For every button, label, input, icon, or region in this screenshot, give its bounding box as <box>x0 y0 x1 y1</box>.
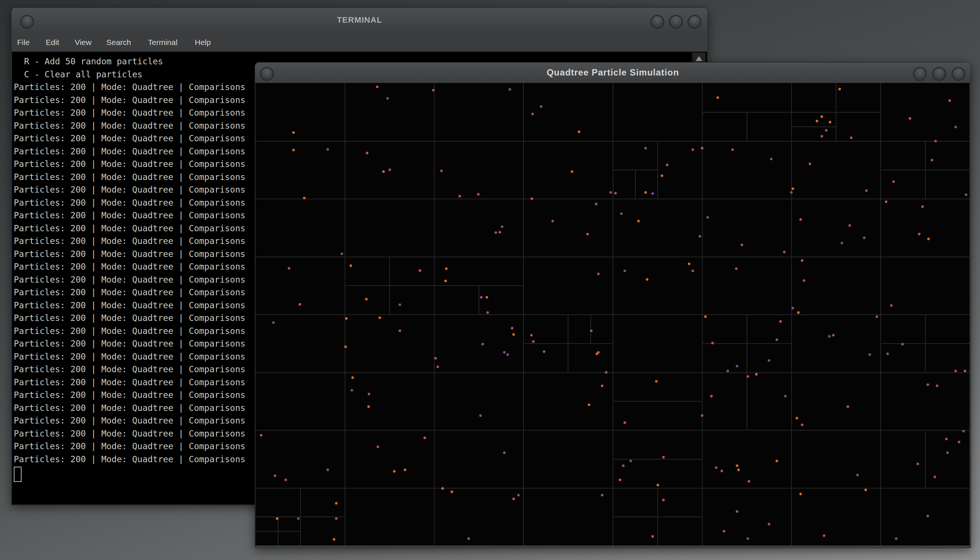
particle-dot <box>958 441 960 443</box>
particle-dot <box>597 273 600 275</box>
particle-dot <box>849 224 851 227</box>
quadtree-grid-line <box>613 401 702 402</box>
simulation-canvas[interactable] <box>255 83 970 545</box>
particle-dot <box>850 137 852 139</box>
terminal-line: Particles: 200 | Mode: Quadtree | Compar… <box>14 107 245 119</box>
particle-dot <box>326 468 329 471</box>
particle-dot <box>869 353 871 356</box>
particle-dot <box>856 474 859 476</box>
particle-dot <box>345 317 348 320</box>
terminal-line: Particles: 200 | Mode: Quadtree | Compar… <box>14 273 245 286</box>
particle-dot <box>799 218 802 221</box>
particle-dot <box>503 351 506 353</box>
particle-dot <box>839 88 841 90</box>
particle-dot <box>666 163 669 166</box>
particle-dot <box>803 279 805 282</box>
particle-dot <box>432 89 434 92</box>
particle-dot <box>828 335 830 338</box>
particle-dot <box>954 126 957 128</box>
terminal-line: Particles: 200 | Mode: Quadtree | Compar… <box>14 402 245 414</box>
particle-dot <box>386 97 389 100</box>
particle-dot <box>368 393 370 395</box>
close-button[interactable] <box>952 67 965 81</box>
menu-item-help[interactable]: Help <box>195 33 211 52</box>
particle-dot <box>930 159 933 162</box>
particle-dot <box>720 470 723 472</box>
maximize-button[interactable] <box>932 67 946 81</box>
particle-dot <box>895 537 897 540</box>
menu-item-search[interactable]: Search <box>106 33 131 52</box>
particle-dot <box>486 311 489 314</box>
particle-dot <box>775 338 778 341</box>
minimize-button[interactable] <box>650 15 664 29</box>
particle-dot <box>605 371 607 374</box>
quadtree-grid-line <box>344 285 523 286</box>
particle-dot <box>297 517 299 520</box>
particle-dot <box>624 421 626 424</box>
particle-dot <box>590 330 592 332</box>
particle-dot <box>389 168 391 171</box>
particle-dot <box>737 468 740 471</box>
particle-dot <box>499 231 501 233</box>
particle-dot <box>747 537 749 540</box>
terminal-line: Particles: 200 | Mode: Quadtree | Compar… <box>14 183 245 196</box>
quadtree-grid-line <box>925 430 926 488</box>
particle-dot <box>477 193 479 196</box>
menu-item-terminal[interactable]: Terminal <box>148 33 177 52</box>
particle-dot <box>349 264 352 267</box>
particle-dot <box>933 476 936 478</box>
terminal-line: Particles: 200 | Mode: Quadtree | Compar… <box>14 145 245 158</box>
quadtree-grid-line <box>747 112 747 141</box>
terminal-line: Particles: 200 | Mode: Quadtree | Compar… <box>14 171 245 183</box>
menu-item-edit[interactable]: Edit <box>46 33 59 52</box>
particle-dot <box>511 327 513 330</box>
particle-dot <box>351 376 354 379</box>
menu-item-file[interactable]: File <box>17 33 30 52</box>
particle-dot <box>366 152 368 154</box>
particle-dot <box>706 216 709 218</box>
maximize-button[interactable] <box>669 15 683 29</box>
particle-dot <box>595 203 597 205</box>
particle-dot <box>399 330 401 332</box>
particle-dot <box>692 270 694 272</box>
quadtree-grid-line <box>479 285 479 314</box>
particle-dot <box>820 135 823 138</box>
particle-dot <box>716 96 719 99</box>
particle-dot <box>285 478 287 481</box>
terminal-line: Particles: 200 | Mode: Quadtree | Compar… <box>14 94 245 107</box>
particle-dot <box>927 383 929 386</box>
particle-dot <box>820 115 823 118</box>
quadtree-grid-line <box>255 488 970 488</box>
particle-dot <box>303 197 306 199</box>
particle-dot <box>458 195 461 197</box>
particle-dot <box>376 85 378 88</box>
simulation-titlebar[interactable]: Quadtree Particle Simulation <box>255 62 971 83</box>
particle-dot <box>936 385 938 387</box>
particle-dot <box>784 395 787 398</box>
particle-dot <box>382 170 385 173</box>
particle-dot <box>292 149 295 151</box>
particle-dot <box>506 353 509 356</box>
particle-dot <box>292 131 295 134</box>
particle-dot <box>661 174 663 177</box>
close-button[interactable] <box>687 15 702 29</box>
particle-dot <box>731 148 734 151</box>
particle-dot <box>779 320 782 323</box>
particle-dot <box>890 304 893 307</box>
particle-dot <box>326 148 329 151</box>
particle-dot <box>614 192 617 195</box>
particle-dot <box>946 452 949 454</box>
minimize-button[interactable] <box>913 67 927 81</box>
particle-dot <box>531 113 534 115</box>
particle-dot <box>723 530 725 532</box>
quadtree-grid-line <box>702 112 880 113</box>
menu-item-view[interactable]: View <box>75 33 92 52</box>
particle-dot <box>503 452 506 454</box>
terminal-titlebar[interactable]: TERMINAL <box>12 8 707 33</box>
terminal-line: Particles: 200 | Mode: Quadtree | Compar… <box>14 222 245 235</box>
particle-dot <box>436 365 439 368</box>
particle-dot <box>272 321 275 324</box>
particle-dot <box>775 460 778 462</box>
terminal-line: Particles: 200 | Mode: Quadtree | Compar… <box>14 248 245 260</box>
particle-dot <box>260 434 263 437</box>
